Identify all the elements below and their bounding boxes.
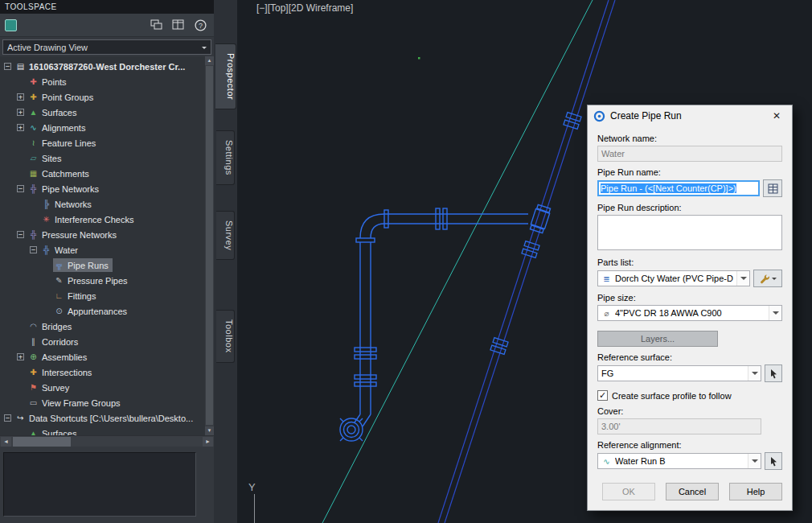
tree-item-content[interactable]: ∿ Alignments bbox=[27, 121, 89, 134]
tree-item[interactable]: − ↪ Data Shortcuts [C:\Users\bullera\Des… bbox=[2, 410, 214, 426]
tree-item[interactable]: ✚ Points bbox=[2, 74, 214, 89]
layers-button[interactable]: Layers... bbox=[597, 331, 718, 347]
tree-item-content[interactable]: ✚ Intersections bbox=[27, 365, 96, 379]
reference-surface-select[interactable]: FG bbox=[597, 365, 761, 381]
tree-item-content[interactable]: ≀ Feature Lines bbox=[27, 136, 100, 150]
viewport-controls-label[interactable]: [−][Top][2D Wireframe] bbox=[256, 2, 353, 14]
scroll-down-icon[interactable]: ▼ bbox=[205, 426, 214, 435]
tree-item-content[interactable]: ▭ View Frame Groups bbox=[27, 396, 125, 410]
tree-item[interactable]: ∥ Corridors bbox=[2, 334, 214, 349]
selected-text: Pipe Run - (<[Next Counter(CP)]>) bbox=[601, 183, 736, 193]
tree-item[interactable]: ✳ Interference Checks bbox=[2, 212, 214, 227]
tree-vertical-scrollbar[interactable]: ▲ ▼ bbox=[205, 56, 214, 435]
tree-item[interactable]: ∟ Fittings bbox=[2, 288, 214, 303]
help-dialog-button[interactable]: Help bbox=[729, 483, 782, 500]
name-template-button[interactable] bbox=[763, 179, 782, 197]
toolspace-tab[interactable]: Settings bbox=[216, 130, 235, 185]
tree-item-content[interactable]: ╬ Pressure Networks bbox=[27, 228, 121, 241]
expander-icon[interactable]: + bbox=[17, 353, 24, 360]
expander-icon[interactable]: + bbox=[17, 93, 24, 101]
expander-icon[interactable]: + bbox=[17, 109, 24, 116]
tree-item-content[interactable]: ╬ Water bbox=[40, 243, 82, 257]
tree-item-label: Interference Checks bbox=[55, 215, 133, 224]
pipe-run-name-input[interactable]: Pipe Run - (<[Next Counter(CP)]>) bbox=[597, 180, 760, 196]
expander-icon[interactable]: − bbox=[30, 246, 37, 253]
expander-icon[interactable]: − bbox=[17, 231, 24, 238]
tree-item[interactable]: ✎ Pressure Pipes bbox=[2, 273, 214, 288]
scroll-left-icon[interactable]: ◄ bbox=[1, 437, 11, 447]
horizontal-scrollbar-thumb[interactable] bbox=[13, 437, 71, 447]
tree-item-content[interactable]: ▲ Surfaces bbox=[27, 426, 80, 435]
tree-item[interactable]: + ⊕ Assemblies bbox=[2, 349, 214, 364]
toolspace-titlebar[interactable]: TOOLSPACE bbox=[0, 0, 214, 14]
tree-item-content[interactable]: ⚑ Survey bbox=[27, 381, 73, 394]
vertical-scrollbar-thumb[interactable] bbox=[206, 66, 213, 425]
expander-icon[interactable]: − bbox=[17, 185, 24, 192]
active-drawing-icon[interactable] bbox=[5, 19, 17, 31]
drawing-view-select[interactable]: Active Drawing View bbox=[2, 39, 211, 55]
tree-item[interactable]: + ∿ Alignments bbox=[2, 120, 214, 135]
tree-item-content[interactable]: ▲ Surfaces bbox=[27, 105, 80, 119]
parts-list-select[interactable]: ≣ Dorch Cty Water (PVC Pipe-DIP F bbox=[597, 270, 750, 286]
tree-item[interactable]: ⚑ Survey bbox=[2, 380, 214, 395]
scroll-right-icon[interactable]: ► bbox=[203, 437, 213, 447]
tree-item-content[interactable]: ▦ Catchments bbox=[27, 167, 93, 180]
tree-item-content[interactable]: ╦ Pipe Runs bbox=[53, 258, 113, 272]
tree-item-content[interactable]: ✎ Pressure Pipes bbox=[53, 274, 132, 287]
tree-item-content[interactable]: ↪ Data Shortcuts [C:\Users\bullera\Deskt… bbox=[14, 411, 197, 425]
tree-item[interactable]: ▲ Surfaces bbox=[2, 426, 214, 435]
tree-item-content[interactable]: ◠ Bridges bbox=[27, 319, 76, 333]
description-field[interactable] bbox=[597, 215, 782, 250]
item-view-toggle-button[interactable] bbox=[148, 16, 166, 34]
edit-parts-list-button[interactable] bbox=[753, 270, 782, 287]
tree-item[interactable]: ▱ Sites bbox=[2, 150, 214, 166]
cancel-button[interactable]: Cancel bbox=[666, 483, 719, 500]
toolspace-tab[interactable]: Toolbox bbox=[216, 310, 235, 362]
dialog-titlebar[interactable]: Create Pipe Run ✕ bbox=[588, 105, 792, 126]
toolspace-tab[interactable]: Prospector bbox=[215, 43, 236, 109]
tree-item-label: Water bbox=[55, 245, 78, 255]
scroll-up-icon[interactable]: ▲ bbox=[205, 56, 214, 65]
preview-layout-button[interactable] bbox=[170, 16, 187, 34]
pick-alignment-button[interactable] bbox=[765, 452, 782, 470]
tree-item-content[interactable]: ∥ Corridors bbox=[27, 335, 82, 348]
tree-item[interactable]: − ╬ Pipe Networks bbox=[2, 181, 214, 196]
tree-item[interactable]: ╦ Pipe Runs bbox=[2, 257, 214, 273]
tree-item[interactable]: − ▤ 1610637887260-West Dorchester Cr... bbox=[2, 59, 214, 74]
tree-item-content[interactable]: ⊕ Assemblies bbox=[27, 350, 91, 364]
tree-item[interactable]: ⊙ Appurtenances bbox=[2, 303, 214, 319]
help-button[interactable]: ? bbox=[191, 16, 209, 34]
pipe-run-geometry[interactable] bbox=[340, 204, 552, 441]
close-button[interactable]: ✕ bbox=[763, 106, 790, 126]
tree-item-content[interactable]: ╠ Networks bbox=[40, 197, 96, 211]
tree-item-content[interactable]: ∟ Fittings bbox=[53, 289, 100, 303]
tree-item-content[interactable]: ✚ Points bbox=[27, 75, 71, 89]
tree-item[interactable]: + ✚ Point Groups bbox=[2, 89, 214, 105]
tree-item[interactable]: − ╬ Water bbox=[2, 242, 214, 257]
expander-icon[interactable]: − bbox=[4, 414, 11, 422]
tree-item-content[interactable]: ▱ Sites bbox=[27, 151, 65, 165]
tree-item[interactable]: ◠ Bridges bbox=[2, 319, 214, 334]
toolspace-tab[interactable]: Survey bbox=[216, 211, 235, 260]
tree-item[interactable]: − ╬ Pressure Networks bbox=[2, 227, 214, 242]
tree-item-content[interactable]: ✚ Point Groups bbox=[27, 90, 97, 104]
tree-item[interactable]: ≀ Feature Lines bbox=[2, 135, 214, 150]
tree-item-content[interactable]: ✳ Interference Checks bbox=[40, 212, 137, 226]
tree-horizontal-scrollbar[interactable]: ◄ ► bbox=[0, 435, 214, 447]
tree-item[interactable]: ✚ Intersections bbox=[2, 364, 214, 380]
reference-alignment-select[interactable]: ∿ Water Run B bbox=[597, 453, 761, 469]
tree-item-content[interactable]: ⊙ Appurtenances bbox=[53, 304, 131, 318]
tree-item-content[interactable]: ▤ 1610637887260-West Dorchester Cr... bbox=[14, 60, 189, 73]
tree-item[interactable]: ▭ View Frame Groups bbox=[2, 395, 214, 410]
tree-item[interactable]: + ▲ Surfaces bbox=[2, 105, 214, 120]
pipe-size-select[interactable]: ⌀ 4"PVC DR 18 AWWA C900 bbox=[597, 305, 782, 321]
pick-surface-button[interactable] bbox=[765, 364, 782, 382]
surface-profile-option[interactable]: ✓ Create surface profile to follow bbox=[597, 390, 782, 401]
tree-item[interactable]: ╠ Networks bbox=[2, 196, 214, 212]
ok-button[interactable]: OK bbox=[602, 483, 655, 500]
surface-profile-checkbox[interactable]: ✓ bbox=[597, 390, 608, 401]
tree-item[interactable]: ▦ Catchments bbox=[2, 166, 214, 181]
expander-icon[interactable]: + bbox=[17, 124, 24, 131]
tree-item-content[interactable]: ╬ Pipe Networks bbox=[27, 182, 103, 196]
expander-icon[interactable]: − bbox=[4, 63, 11, 70]
